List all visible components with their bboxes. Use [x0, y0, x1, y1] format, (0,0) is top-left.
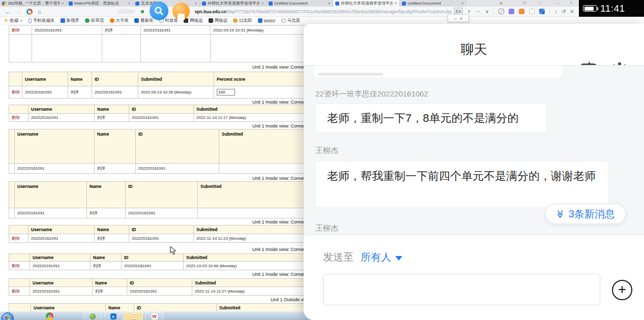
history-icon[interactable]: ↺: [562, 9, 566, 14]
tab-close-icon[interactable]: ✕: [261, 2, 264, 6]
browser-tab[interactable]: WebVPN系统 - 资源站点✕: [67, 0, 133, 7]
tab-close-icon[interactable]: ✕: [461, 2, 464, 6]
quick-access-icon[interactable]: ⚡: [467, 9, 471, 14]
orange-extension-icon[interactable]: [519, 9, 524, 14]
score-table-section: UsernameNameIDSubmitted202220161091刘洋202…: [9, 181, 319, 218]
score-table: UsernameNameIDSubmitted: [9, 303, 319, 312]
send-to-row: 发送至 所有人: [323, 250, 402, 264]
table-cell: 202220161091: [127, 287, 192, 296]
table-cell: 刘洋: [95, 164, 136, 174]
taskbar-notes-icon[interactable]: [124, 312, 143, 320]
bookmark-item[interactable]: 以实际: [233, 18, 252, 24]
bookmark-item[interactable]: 新视界: [61, 18, 80, 24]
tab-close-icon[interactable]: ✕: [128, 2, 131, 6]
home-icon[interactable]: ⌂: [38, 9, 41, 15]
apps-grid-icon[interactable]: [539, 9, 545, 14]
table-cell: 2022-09-19 10:31 (Monday): [211, 26, 319, 35]
percent-score-input[interactable]: [217, 89, 235, 95]
table-cell: 刘洋: [87, 208, 126, 218]
dropdown-caret-icon[interactable]: [395, 256, 402, 261]
table-cell: 删除: [9, 114, 28, 122]
window-close-icon[interactable]: ∧: [570, 1, 573, 5]
tab-close-icon[interactable]: ✕: [328, 2, 331, 6]
score-table-section: UsernameNameIDSubmitted删除202220161091刘洋2…: [9, 278, 319, 296]
column-header: Submitted: [198, 182, 319, 208]
table-cell: 202220161091: [30, 287, 93, 296]
table-cell: 202220161091: [28, 114, 95, 122]
taskbar-wps-icon[interactable]: W: [145, 312, 164, 320]
reload-icon[interactable]: [26, 9, 33, 15]
delete-link[interactable]: 删除: [12, 28, 20, 33]
window-maximize-icon[interactable]: □: [539, 1, 542, 5]
table-cell: 202220161091: [141, 26, 211, 35]
address-bar[interactable]: vpn.bua.edu.cn/http/77726476706e69737468…: [195, 9, 452, 14]
table-cell: 刘洋: [68, 86, 92, 99]
table-cell: 2022-11-14 11:17 (Monday): [194, 114, 319, 122]
bookmark-item[interactable]: 听双语: [85, 18, 104, 24]
menu-icon[interactable]: ≡: [570, 9, 573, 14]
new-tab-button[interactable]: +: [495, 1, 507, 6]
secure-dot-icon: [141, 10, 144, 13]
back-icon[interactable]: ←: [5, 9, 11, 15]
search-overlay-icon[interactable]: [150, 2, 168, 20]
battery-icon: [583, 5, 597, 12]
delete-link[interactable]: 删除: [12, 115, 20, 120]
bookmark-item[interactable]: 大学英: [110, 18, 129, 24]
delete-link[interactable]: 删除: [12, 90, 20, 94]
blue-sq2-icon: [134, 18, 139, 23]
bookmark-label: 网络远: [215, 18, 228, 24]
green-browser-icon: [90, 313, 96, 319]
browser-tab[interactable]: Untitled Document✕: [267, 0, 333, 7]
message-input[interactable]: [323, 274, 600, 305]
window-restore-icon[interactable]: ⊡: [523, 1, 526, 5]
column-header: [9, 130, 15, 164]
browser-tab[interactable]: 外研社大学英语教学管理平台✕: [200, 0, 267, 7]
score-table-section: UsernameNameIDSubmittedPercent score删除20…: [9, 72, 319, 99]
forward-icon[interactable]: →: [16, 9, 21, 15]
window-minimize-icon[interactable]: —: [555, 1, 560, 5]
tab-close-icon[interactable]: ✕: [194, 2, 197, 6]
tab-close-icon[interactable]: ✕: [61, 2, 64, 6]
attach-plus-button[interactable]: +: [612, 280, 632, 300]
score-table-section: UsernameNameIDSubmitted: [9, 303, 319, 312]
clock: 11:41: [600, 3, 625, 14]
message-sender: 王柳杰: [315, 223, 338, 233]
delete-link[interactable]: 删除: [12, 289, 20, 294]
browser-tab[interactable]: 外研社大学英语教学管理平台✕: [333, 0, 400, 7]
bookmark-item[interactable]: 最新英: [134, 18, 154, 24]
table-cell: 202220161091: [129, 234, 194, 243]
toolbar-mini-dropdown[interactable]: ⌂ ∨: [448, 14, 469, 22]
score-table: UsernameNameIDSubmitted删除202220161091刘洋2…: [9, 253, 319, 270]
table-cell: 202220161091: [28, 234, 95, 243]
new-messages-button[interactable]: ≫ 3条新消息: [545, 204, 626, 224]
bookmark-item[interactable]: 马克思: [281, 18, 301, 24]
start-button[interactable]: [2, 312, 14, 320]
send-to-selector[interactable]: 所有人: [361, 250, 391, 264]
clip-extension-icon[interactable]: [499, 9, 504, 14]
screenshot-extension-icon[interactable]: [529, 9, 535, 14]
bookmark-item[interactable]: 手机收藏夹: [28, 18, 55, 24]
taskbar-browser-icon[interactable]: [83, 312, 102, 320]
page-favicon: [69, 2, 73, 6]
more-dots-icon[interactable]: ⋯: [476, 9, 481, 14]
taskbar-app-icon[interactable]: ▲: [104, 312, 123, 320]
delete-link[interactable]: 删除: [12, 264, 20, 268]
bookmark-item[interactable]: ★收藏▼: [4, 18, 23, 24]
assistant-overlay-icon[interactable]: [172, 3, 190, 20]
browser-tab[interactable]: 360导航_一个主页，整个世界✕: [0, 0, 67, 7]
delete-link[interactable]: 删除: [12, 236, 20, 241]
tab-close-icon[interactable]: ✕: [394, 2, 397, 6]
purple-extension-icon[interactable]: [509, 9, 514, 14]
column-header: [9, 105, 28, 114]
table-cell: 202220161091: [22, 86, 68, 99]
download-icon[interactable]: ↓: [554, 9, 557, 14]
bookmark-item[interactable]: 网络远: [209, 18, 228, 24]
chevron-down-icon[interactable]: ∨: [485, 9, 489, 14]
table-cell: 删除: [9, 234, 28, 243]
browser-tab[interactable]: Untitled Document✕: [400, 0, 466, 7]
bookmark-item[interactable]: WebV: [258, 18, 276, 23]
taskbar-chrome-icon[interactable]: [46, 312, 53, 320]
table-cell: [141, 35, 211, 62]
table-cell: 删除: [9, 262, 30, 270]
bookmark-item[interactable]: 网络远: [184, 18, 203, 24]
